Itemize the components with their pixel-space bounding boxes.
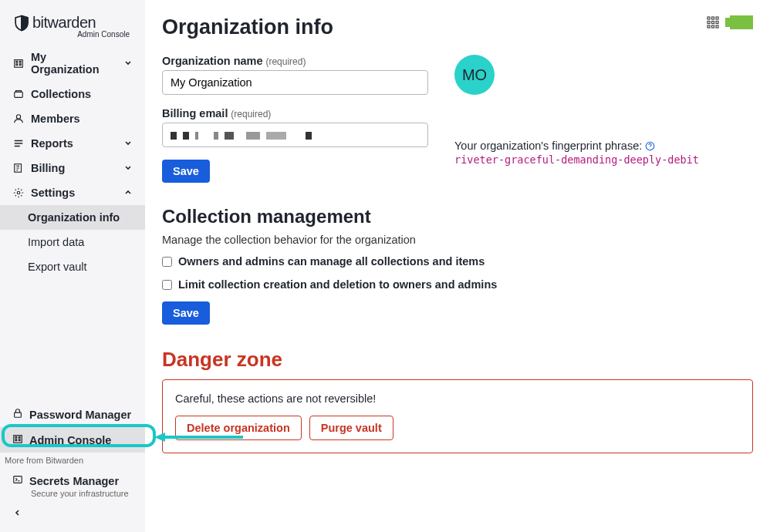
sidebar-item-collections[interactable]: Collections (0, 82, 145, 106)
fingerprint-label: Your organization's fingerprint phrase: (454, 140, 753, 152)
danger-zone-title: Danger zone (162, 348, 753, 372)
main-content: Organization info Organization name (req… (145, 0, 770, 532)
owners-manage-label[interactable]: Owners and admins can manage all collect… (178, 255, 485, 268)
svg-rect-26 (716, 25, 718, 28)
sidebar-item-reports[interactable]: Reports (0, 131, 145, 156)
office-icon (12, 433, 23, 446)
members-icon (12, 113, 25, 124)
svg-rect-1 (16, 61, 18, 62)
chevron-down-icon (123, 57, 133, 69)
gear-icon (12, 187, 25, 198)
product-switcher: Password Manager Admin Console More from… (0, 399, 145, 532)
svg-rect-18 (708, 17, 710, 19)
billing-email-input[interactable] (162, 123, 428, 147)
svg-point-6 (16, 115, 20, 119)
org-avatar[interactable]: MO (454, 55, 495, 95)
terminal-icon (12, 474, 23, 487)
svg-rect-0 (15, 60, 23, 68)
svg-rect-11 (15, 436, 17, 438)
svg-rect-4 (19, 64, 21, 66)
org-name-input[interactable] (162, 70, 428, 95)
limit-creation-checkbox[interactable] (162, 280, 172, 290)
svg-rect-2 (19, 61, 21, 62)
svg-rect-13 (15, 439, 17, 441)
billing-icon (12, 163, 25, 173)
chevron-down-icon (123, 137, 133, 150)
purge-vault-button[interactable]: Purge vault (309, 416, 393, 440)
sidebar-item-label: Reports (31, 137, 73, 150)
owners-manage-checkbox[interactable] (162, 257, 172, 267)
shield-icon (14, 15, 29, 32)
svg-rect-9 (15, 412, 22, 417)
sidebar-item-settings[interactable]: Settings (0, 180, 145, 205)
svg-rect-24 (708, 25, 710, 28)
svg-point-8 (17, 191, 20, 194)
reports-icon (12, 138, 25, 149)
svg-rect-14 (19, 439, 20, 441)
sidebar-item-label: Collections (31, 88, 91, 100)
svg-rect-19 (712, 17, 714, 19)
brand-name: bitwarden (32, 14, 96, 32)
collections-icon (12, 89, 25, 99)
account-menu-button[interactable] (730, 15, 753, 29)
svg-rect-5 (15, 92, 23, 97)
lock-icon (12, 408, 23, 421)
sidebar: bitwarden Admin Console My Organization … (0, 0, 145, 532)
collection-mgmt-subtitle: Manage the collection behavior for the o… (162, 234, 753, 246)
sidebar-item-label: Billing (31, 162, 65, 174)
brand-logo[interactable]: bitwarden Admin Console (0, 0, 145, 45)
collapse-sidebar-button[interactable] (0, 503, 145, 524)
secrets-manager-subtitle: Secure your infrastructure (0, 489, 145, 498)
apps-grid-icon[interactable] (707, 16, 719, 29)
limit-creation-label[interactable]: Limit collection creation and deletion t… (178, 278, 497, 291)
collection-mgmt-title: Collection management (162, 206, 753, 227)
sidebar-item-billing[interactable]: Billing (0, 156, 145, 180)
nav: My Organization Collections Members (0, 45, 145, 399)
sidebar-sub-export-vault[interactable]: Export vault (0, 254, 145, 279)
sidebar-item-label: Settings (31, 187, 75, 199)
svg-rect-23 (716, 22, 718, 24)
required-indicator: (required) (231, 109, 271, 120)
chevron-down-icon (123, 162, 133, 174)
required-indicator: (required) (265, 56, 306, 67)
save-org-button[interactable]: Save (162, 160, 210, 183)
sidebar-sub-import-data[interactable]: Import data (0, 230, 145, 254)
switcher-password-manager[interactable]: Password Manager (0, 402, 145, 427)
svg-rect-25 (712, 25, 714, 28)
top-bar (707, 15, 753, 29)
page-title: Organization info (162, 15, 753, 39)
svg-rect-22 (712, 22, 714, 24)
svg-rect-21 (708, 22, 710, 24)
svg-rect-12 (19, 436, 20, 438)
danger-zone-box: Careful, these actions are not reversibl… (162, 379, 753, 453)
sidebar-item-members[interactable]: Members (0, 106, 145, 131)
danger-warning: Careful, these actions are not reversibl… (175, 392, 740, 405)
chevron-left-icon (12, 508, 22, 517)
office-icon (12, 58, 25, 69)
sidebar-item-label: Members (31, 113, 80, 125)
fingerprint-help-icon[interactable] (645, 140, 655, 152)
svg-rect-10 (14, 436, 22, 443)
svg-rect-20 (716, 17, 718, 19)
more-from-label: More from Bitwarden (0, 453, 145, 468)
sidebar-item-organization[interactable]: My Organization (0, 45, 145, 82)
billing-email-label: Billing email (162, 107, 228, 120)
org-name-label: Organization name (162, 55, 263, 67)
save-collection-button[interactable]: Save (162, 301, 210, 325)
sidebar-item-label: My Organization (31, 51, 117, 76)
sidebar-sub-organization-info[interactable]: Organization info (0, 205, 145, 230)
chevron-up-icon (123, 187, 133, 199)
svg-rect-3 (16, 64, 18, 66)
fingerprint-value: riveter-graceful-demanding-deeply-debit (454, 153, 753, 166)
switcher-admin-console[interactable]: Admin Console (0, 427, 145, 453)
delete-org-button[interactable]: Delete organization (175, 416, 302, 440)
svg-rect-15 (14, 476, 22, 483)
